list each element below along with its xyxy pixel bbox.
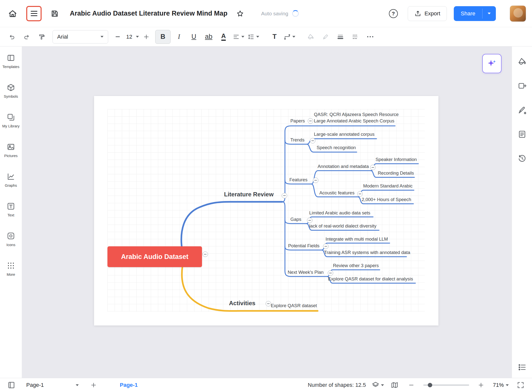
node-acoustic-features[interactable]: Acoustic features <box>319 190 355 196</box>
node-gaps[interactable]: Gaps <box>290 217 301 222</box>
font-color-button[interactable]: A <box>217 30 230 44</box>
notes-button[interactable] <box>517 129 527 139</box>
sidebar-item-symbols[interactable]: Symbols <box>0 83 22 113</box>
collapse-features-button[interactable] <box>313 178 318 183</box>
collapse-papers-button[interactable] <box>308 118 313 124</box>
collapse-next-weeks-plan-button[interactable] <box>328 270 333 276</box>
node-gaps-child2[interactable]: lack of real-world dialect diversity <box>309 223 376 229</box>
format-painter-button[interactable] <box>35 30 48 44</box>
node-recording-details[interactable]: Recording Details <box>378 170 414 176</box>
share-options-button[interactable] <box>482 6 496 21</box>
line-weight-button[interactable] <box>334 30 347 44</box>
node-activities[interactable]: Activities <box>229 300 255 307</box>
icons-icon <box>6 231 15 240</box>
node-potential-fields[interactable]: Potential Fields <box>288 243 319 249</box>
connector-button[interactable] <box>283 30 296 44</box>
sidebar-item-more[interactable]: More <box>0 261 22 291</box>
save-button[interactable] <box>48 7 61 20</box>
collapse-literature-review-button[interactable] <box>282 193 287 198</box>
bold-button[interactable]: B <box>155 30 171 44</box>
page-selector[interactable]: Page-1 <box>23 380 82 390</box>
undo-button[interactable] <box>5 30 18 44</box>
zoom-slider[interactable] <box>423 385 469 386</box>
node-papers-line2[interactable]: Large Annotated Arabic Speech Corpus <box>314 118 394 124</box>
more-format-options-button[interactable] <box>364 30 377 44</box>
collapse-potential-fields-button[interactable] <box>323 244 329 249</box>
sidebar-item-icons[interactable]: Icons <box>0 231 22 261</box>
user-avatar[interactable] <box>510 5 526 22</box>
redo-button[interactable] <box>20 30 33 44</box>
zoom-out-button[interactable] <box>406 380 416 390</box>
add-page-button[interactable] <box>89 380 99 390</box>
sidebar-item-text[interactable]: Text <box>0 202 22 231</box>
node-modern-standard-arabic[interactable]: Modern Standard Arabic <box>363 183 413 189</box>
sidebar-item-pictures[interactable]: Pictures <box>0 142 22 172</box>
line-spacing-button[interactable] <box>247 30 260 44</box>
home-button[interactable] <box>6 7 19 20</box>
overview-map-button[interactable] <box>390 380 400 390</box>
help-button[interactable]: ? <box>389 9 398 18</box>
node-papers-line1[interactable]: QASR: QCRI Aljazeera Speech Resource <box>314 112 399 117</box>
collapse-activities-button[interactable] <box>266 301 271 306</box>
font-size-value[interactable]: 12 <box>125 34 133 40</box>
history-icon <box>518 154 527 163</box>
font-size-increase-button[interactable] <box>141 30 151 44</box>
node-annotation[interactable]: Annotation and metadata <box>318 164 369 169</box>
zoom-level-select[interactable]: 71% <box>493 382 509 388</box>
node-activities-child[interactable]: Explore QASR dataset <box>271 303 317 308</box>
pen-style-button[interactable] <box>517 105 527 115</box>
node-potential-child2[interactable]: Training ASR systems with annotated data <box>324 250 410 255</box>
active-page-tab[interactable]: Page-1 <box>120 382 138 388</box>
insert-text-button[interactable]: T <box>268 30 281 44</box>
share-button[interactable]: Share <box>454 6 496 21</box>
font-family-select[interactable]: Arial <box>52 30 108 44</box>
node-papers[interactable]: Papers <box>290 118 305 124</box>
share-label[interactable]: Share <box>454 6 482 21</box>
zoom-slider-knob[interactable] <box>428 383 432 387</box>
page-panel-button[interactable] <box>6 380 16 390</box>
favorite-button[interactable] <box>233 7 247 20</box>
node-trends-child1[interactable]: Large-scale annotated corpus <box>314 132 375 137</box>
node-next-weeks-plan[interactable]: Next Week's Plan <box>288 270 324 275</box>
object-list-button[interactable] <box>517 362 527 372</box>
ai-assistant-button[interactable] <box>482 54 502 73</box>
sidebar-item-graphs[interactable]: Graphs <box>0 172 22 202</box>
object-list-icon <box>518 363 527 372</box>
document-title[interactable]: Arabic Audio Dataset Literature Review M… <box>70 10 228 17</box>
font-size-decrease-button[interactable] <box>113 30 123 44</box>
chevron-down-icon[interactable] <box>136 36 139 38</box>
node-hours-of-speech[interactable]: 2,000+ Hours of Speech <box>362 197 411 202</box>
node-gaps-child1[interactable]: Limited Arabic audio data sets <box>309 210 370 216</box>
zoom-in-button[interactable] <box>476 380 486 390</box>
underline-button[interactable]: U <box>187 30 200 44</box>
collapse-acoustic-button[interactable] <box>357 191 363 197</box>
line-style-button[interactable] <box>349 30 362 44</box>
sidebar-item-my-library[interactable]: My Library <box>0 113 22 142</box>
node-literature-review[interactable]: Literature Review <box>224 191 274 198</box>
fullscreen-button[interactable] <box>516 380 526 390</box>
collapse-trends-button[interactable] <box>310 138 315 143</box>
node-trends-child2[interactable]: Speech recognition <box>317 145 356 150</box>
node-potential-child1[interactable]: Integrate with multi modal LLM <box>326 236 388 242</box>
collapse-gaps-button[interactable] <box>307 218 312 223</box>
export-button[interactable]: Export <box>408 6 447 21</box>
text-align-button[interactable] <box>232 30 245 44</box>
collapse-annotation-button[interactable] <box>370 165 376 170</box>
sparkle-icon <box>486 58 497 69</box>
italic-button[interactable]: I <box>173 30 185 44</box>
strikethrough-button[interactable]: ab <box>202 30 215 44</box>
collapse-root-button[interactable] <box>203 252 208 257</box>
main-menu-button[interactable] <box>28 8 39 19</box>
layers-button[interactable] <box>373 380 383 390</box>
node-next-week-child2[interactable]: Explore QASR dataset for dialect analysi… <box>328 276 413 282</box>
sidebar-item-templates[interactable]: Templates <box>0 53 22 83</box>
mindmap-root-node[interactable]: Arabic Audio Dataset <box>107 246 202 267</box>
fill-style-button[interactable] <box>517 56 527 67</box>
history-button[interactable] <box>517 153 527 164</box>
insert-shape-button[interactable] <box>517 81 527 91</box>
node-speaker-information[interactable]: Speaker Information <box>376 157 417 162</box>
node-trends[interactable]: Trends <box>290 137 304 143</box>
node-next-week-child1[interactable]: Review other 3 papers <box>333 263 379 268</box>
pen-icon <box>322 33 329 40</box>
node-features[interactable]: Features <box>289 177 307 183</box>
